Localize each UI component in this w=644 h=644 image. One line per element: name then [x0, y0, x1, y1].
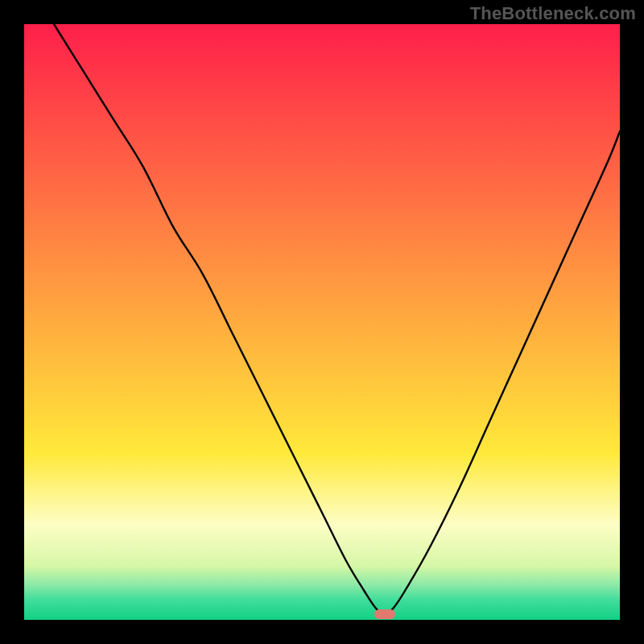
- plot-area: [24, 24, 620, 620]
- gradient-band: [24, 453, 620, 525]
- watermark-text: TheBottleneck.com: [470, 3, 636, 24]
- gradient-band: [24, 525, 620, 567]
- gradient-band: [24, 585, 620, 600]
- optimal-marker: [374, 609, 395, 619]
- gradient-band: [24, 600, 620, 620]
- gradient-band: [24, 24, 620, 453]
- gradient-band: [24, 566, 620, 585]
- chart-frame: TheBottleneck.com: [0, 0, 644, 644]
